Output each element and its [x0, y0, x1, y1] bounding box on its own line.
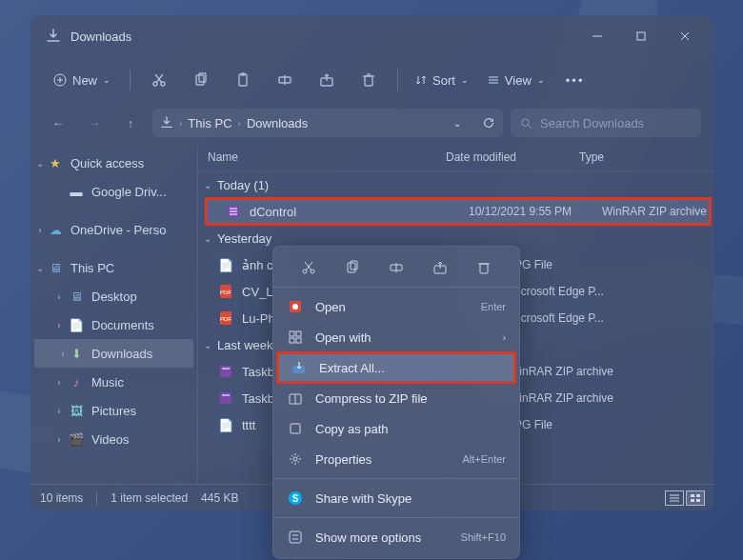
sidebar: ⌄ ★ Quick access ▬ Google Driv... › ☁ On… [30, 143, 198, 484]
search-input[interactable]: Search Downloads [511, 109, 701, 137]
ctx-compress[interactable]: Compress to ZIP file [273, 383, 519, 413]
col-date[interactable]: Date modified [446, 150, 579, 164]
copy-path-icon [287, 420, 304, 437]
sidebar-item-quick-access[interactable]: ⌄ ★ Quick access [30, 149, 197, 177]
toolbar: New ⌄ Sort ⌄ View ⌄ ••• [30, 57, 714, 103]
documents-icon: 📄 [69, 317, 84, 332]
svg-line-47 [306, 262, 312, 270]
svg-rect-61 [296, 338, 301, 343]
column-headers: Name Date modified Type [198, 143, 714, 171]
group-today[interactable]: ⌄Today (1) [198, 171, 714, 198]
pictures-icon: 🖼 [69, 403, 84, 418]
ctx-share-skype[interactable]: S Share with Skype [273, 483, 519, 513]
pdf-icon: PDF [217, 283, 234, 300]
svg-rect-37 [222, 394, 230, 396]
pc-icon: 🖥 [48, 260, 63, 275]
col-name[interactable]: Name [208, 150, 446, 164]
file-row-dcontrol[interactable]: dControl 10/12/2021 9:55 PM WinRAR ZIP a… [206, 198, 711, 225]
new-button[interactable]: New ⌄ [44, 68, 120, 93]
svg-rect-43 [691, 499, 694, 502]
view-button[interactable]: View ⌄ [480, 73, 552, 88]
open-with-icon [287, 329, 304, 346]
ctx-copy-button[interactable] [338, 256, 367, 279]
drive-icon: ▬ [69, 184, 84, 199]
cut-button[interactable] [140, 65, 178, 95]
ctx-show-more[interactable]: Show more options Shift+F10 [273, 522, 519, 552]
svg-text:S: S [292, 493, 299, 504]
share-button[interactable] [308, 65, 346, 95]
ctx-rename-button[interactable] [382, 256, 411, 279]
refresh-icon[interactable] [482, 116, 495, 130]
crumb-current[interactable]: Downloads [247, 116, 308, 130]
sidebar-item-music[interactable]: › ♪ Music [30, 368, 197, 396]
status-selected: 1 item selected [110, 491, 188, 505]
ctx-cut-button[interactable] [294, 256, 323, 279]
properties-icon [287, 450, 304, 468]
search-icon [520, 117, 532, 130]
svg-rect-34 [220, 366, 231, 377]
context-menu: Open Enter Open with › Extract All... Co… [272, 246, 520, 559]
svg-rect-41 [691, 494, 694, 497]
minimize-button[interactable] [575, 15, 619, 57]
sidebar-item-videos[interactable]: › 🎬 Videos [30, 425, 197, 453]
svg-rect-36 [220, 392, 231, 404]
delete-button[interactable] [350, 65, 388, 95]
svg-rect-14 [241, 73, 245, 75]
open-icon [287, 298, 304, 315]
back-button[interactable]: ← [44, 109, 72, 137]
new-label: New [72, 73, 97, 88]
svg-rect-60 [290, 338, 294, 343]
ctx-copy-path[interactable]: Copy as path [273, 413, 519, 444]
sidebar-item-desktop[interactable]: › 🖥 Desktop [30, 282, 197, 310]
star-icon: ★ [48, 155, 63, 170]
videos-icon: 🎬 [69, 431, 84, 447]
ctx-delete-button[interactable] [470, 256, 498, 279]
crumb-root[interactable]: This PC [188, 116, 231, 130]
col-type[interactable]: Type [579, 150, 714, 164]
zip-icon [217, 390, 234, 407]
rename-button[interactable] [266, 65, 304, 95]
details-view-button[interactable] [665, 490, 684, 506]
ctx-extract-all[interactable]: Extract All... [277, 352, 515, 383]
up-button[interactable]: ↑ [116, 109, 145, 137]
extract-icon [291, 359, 308, 376]
sidebar-item-pictures[interactable]: › 🖼 Pictures [30, 396, 197, 425]
downloads-icon [46, 29, 61, 44]
sidebar-item-downloads[interactable]: › ⬇ Downloads [34, 339, 193, 368]
maximize-button[interactable] [619, 15, 663, 57]
sidebar-item-google-drive[interactable]: ▬ Google Driv... [30, 177, 197, 206]
close-button[interactable] [663, 15, 707, 57]
svg-rect-35 [222, 368, 230, 370]
forward-button[interactable]: → [80, 109, 109, 137]
svg-rect-44 [696, 499, 700, 502]
svg-point-66 [293, 457, 297, 461]
more-button[interactable]: ••• [556, 73, 594, 88]
chevron-right-icon: › [503, 332, 506, 343]
image-icon: 📄 [217, 416, 234, 433]
svg-point-57 [292, 304, 298, 310]
svg-line-48 [305, 262, 311, 270]
breadcrumb[interactable]: › This PC › Downloads ⌄ [152, 109, 503, 137]
downloads-icon: ⬇ [69, 346, 84, 361]
image-icon: 📄 [217, 256, 234, 273]
ctx-share-button[interactable] [426, 256, 454, 279]
svg-text:PDF: PDF [220, 290, 231, 295]
sidebar-item-documents[interactable]: › 📄 Documents [30, 310, 197, 339]
chevron-down-icon[interactable]: ⌄ [453, 118, 461, 129]
sidebar-item-this-pc[interactable]: ⌄ 🖥 This PC [30, 253, 197, 282]
window-title: Downloads [70, 30, 131, 44]
svg-rect-11 [196, 75, 204, 85]
sidebar-item-onedrive[interactable]: › ☁ OneDrive - Perso [30, 215, 197, 244]
copy-button[interactable] [182, 65, 220, 95]
icons-view-button[interactable] [686, 490, 705, 506]
status-items: 10 items [40, 491, 83, 505]
svg-rect-59 [296, 331, 301, 336]
svg-rect-69 [290, 531, 301, 543]
paste-button[interactable] [224, 65, 262, 95]
sort-button[interactable]: Sort ⌄ [408, 73, 476, 88]
ctx-open-with[interactable]: Open with › [273, 322, 519, 352]
ctx-properties[interactable]: Properties Alt+Enter [273, 444, 519, 474]
svg-rect-49 [348, 263, 355, 272]
ctx-open[interactable]: Open Enter [273, 291, 519, 322]
chevron-down-icon: ⌄ [103, 75, 110, 85]
